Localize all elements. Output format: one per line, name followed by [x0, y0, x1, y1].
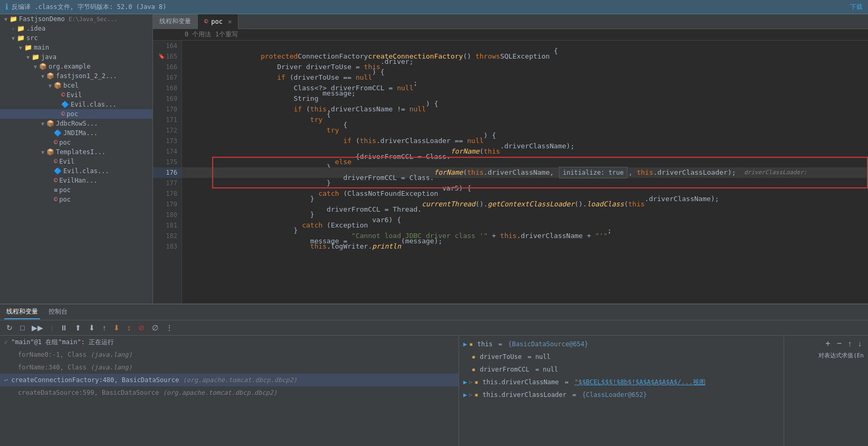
info-line: 0 个用法 1个重写: [153, 29, 868, 41]
var-driver-from-ccl[interactable]: ▪ driverFromCCL = null: [461, 363, 781, 376]
thread-frame-3[interactable]: ↩ createConnectionFactory:480, BasicData…: [0, 374, 459, 386]
tree-item-org-example[interactable]: ▼ 📦 org.example: [0, 62, 152, 71]
var-this[interactable]: ▶ ▪ this = {BasicDataSource@654}: [461, 338, 781, 350]
bottom-toolbar: ↻ □ ▶▶ | ⏸ ⬆ ⬇ ↑ ⬇ ↕ ⊘ ∅ ⋮: [0, 320, 868, 336]
toolbar-reset-btn[interactable]: ⊘: [136, 322, 147, 333]
ln-164: 164: [153, 41, 182, 51]
check-icon: ✓: [4, 337, 8, 347]
thread-frame-4[interactable]: createDataSource:599, BasicDataSource (o…: [0, 386, 459, 399]
tab-poc-close[interactable]: ✕: [228, 18, 232, 25]
code-line-183: this.logWriter.println(message);: [182, 241, 868, 252]
tree-item-bcel[interactable]: ▼ 📦 bcel: [0, 81, 152, 90]
editor-content[interactable]: 0 个用法 1个重写 164 🔖165 166 167 168 169 170 …: [153, 29, 868, 303]
info-message: 反编译 .class文件, 字节码版本: 52.0 (Java 8): [12, 3, 166, 12]
code-editor: 164 🔖165 166 167 168 169 170 171 172 173…: [153, 41, 868, 303]
thread-label: "main"@1 在组"main": 正在运行: [11, 337, 114, 347]
bottom-content: ✓ "main"@1 在组"main": 正在运行 forName0:-1, C…: [0, 336, 868, 446]
tree-item-fastjson122[interactable]: ▼ 📦 fastjson1_2_2...: [0, 71, 152, 81]
add-minus-buttons: + − ↑ ↓: [823, 338, 864, 349]
ln-170: 170: [153, 104, 182, 115]
toolbar-pause-btn[interactable]: ⏸: [58, 322, 70, 333]
var-icon5: ▪: [474, 390, 478, 400]
var-expand-icon4[interactable]: ▶: [463, 377, 467, 387]
toolbar-runtopoint-btn[interactable]: ⬇: [111, 322, 122, 333]
frame-label-4: createDataSource:599, BasicDataSource (o…: [18, 387, 277, 398]
tab-poc-label: poc: [211, 18, 223, 25]
bottom-tabs: 线程和变量 控制台: [0, 305, 868, 320]
download-link[interactable]: 下载: [850, 3, 863, 12]
toolbar-stepout-btn[interactable]: ↑: [100, 322, 108, 333]
tree-item-evil-class2[interactable]: 🔷 Evil.clas...: [0, 166, 152, 176]
main-container: ℹ 反编译 .class文件, 字节码版本: 52.0 (Java 8) 下载 …: [0, 0, 868, 446]
tree-item-main[interactable]: ▼ 📁 main: [0, 43, 152, 52]
var-driver-to-use[interactable]: ▪ driverToUse = null: [461, 350, 781, 363]
tree-item-jdbcrows[interactable]: ▼ 📦 JdbcRowS...: [0, 119, 152, 128]
editor-panel: 线程和变量 © poc ✕ 0 个用法 1个重写 164: [153, 14, 868, 303]
code-line-166: Driver driverToUse = this.driver;: [182, 62, 868, 72]
toolbar-evaluate-btn[interactable]: ↕: [125, 322, 133, 333]
minus-watch-btn[interactable]: −: [835, 338, 844, 349]
tree-item-poc-more[interactable]: © poc: [0, 195, 152, 204]
var-driver-class-loader[interactable]: ▶ ▷ ▪ this.driverClassLoader = {ClassLoa…: [461, 388, 781, 401]
thread-frame-1[interactable]: forName0:-1, Class (java.lang): [0, 348, 459, 361]
tree-item-idea[interactable]: › 📁 .idea: [0, 24, 152, 33]
tree-item-evil2[interactable]: © Evil: [0, 157, 152, 166]
toolbar-more-btn[interactable]: ⋮: [164, 322, 175, 333]
toolbar-stepinto-btn[interactable]: ⬇: [87, 322, 97, 333]
bottom-right-actions: + − ↑ ↓ 对表达式求值(En: [784, 336, 868, 446]
tree-arrow: ▼: [2, 16, 9, 22]
ln-171: 171: [153, 115, 182, 125]
tree-item-src[interactable]: ▼ 📁 src: [0, 33, 152, 43]
variables-panel: ▶ ▪ this = {BasicDataSource@654} ▪ drive…: [459, 336, 784, 446]
tree-item-fastjson[interactable]: ▼ 📁 FastjsonDemo E:\Java_Sec...: [0, 14, 152, 24]
tree-item-poc-jdbc[interactable]: © poc: [0, 138, 152, 147]
thread-main-running[interactable]: ✓ "main"@1 在组"main": 正在运行: [0, 336, 459, 348]
ln-174: 174: [153, 146, 182, 157]
var-icon: ▪: [469, 339, 473, 349]
toolbar-refresh-btn[interactable]: ↻: [4, 322, 15, 333]
folder-icon: 📁: [9, 15, 17, 23]
tree-item-templates[interactable]: ▼ 📦 TemplatesI...: [0, 147, 152, 157]
var-expand-icon[interactable]: ▶: [463, 339, 467, 349]
ln-175: 175: [153, 157, 182, 167]
tree-item-evil-java[interactable]: © Evil: [0, 90, 152, 100]
thread-frame-2[interactable]: forName:340, Class (java.lang): [0, 361, 459, 374]
evaluate-label: 对表达式求值(En: [818, 352, 864, 359]
up-watch-btn[interactable]: ↑: [846, 338, 854, 349]
content-area: ▼ 📁 FastjsonDemo E:\Java_Sec... › 📁 .ide…: [0, 14, 868, 303]
var-expand-icon5b[interactable]: ▷: [469, 390, 472, 400]
tab-poc[interactable]: © poc ✕: [198, 14, 239, 29]
tab-debug[interactable]: 线程和变量: [153, 14, 198, 29]
var-expand-icon5[interactable]: ▶: [463, 390, 467, 400]
down-watch-btn[interactable]: ↓: [856, 338, 864, 349]
var-expand-icon4b[interactable]: ▷: [469, 377, 472, 387]
tree-item-java[interactable]: ▼ 📁 java: [0, 52, 152, 62]
tree-item-jndima[interactable]: 🔷 JNDIMa...: [0, 128, 152, 138]
code-line-164: [182, 41, 868, 51]
tree-item-poc-tmpl[interactable]: ≡ poc: [0, 185, 152, 195]
ln-173: 173: [153, 136, 182, 146]
var-val-link[interactable]: "$$BCEL$$$!$8b$!$A$A$A$A$A$/...视图: [575, 377, 705, 387]
ln-176: 176: [153, 167, 182, 178]
var-driver-class-name[interactable]: ▶ ▷ ▪ this.driverClassName = "$$BCEL$$$!…: [461, 376, 781, 388]
toolbar-stepover-btn[interactable]: ⬆: [73, 322, 83, 333]
var-icon3: ▪: [472, 364, 475, 375]
ln-183: 183: [153, 241, 182, 252]
line-numbers: 164 🔖165 166 167 168 169 170 171 172 173…: [153, 41, 182, 303]
add-watch-btn[interactable]: +: [823, 338, 832, 349]
bottom-panel: 线程和变量 控制台 ↻ □ ▶▶ | ⏸ ⬆ ⬇ ↑ ⬇ ↕ ⊘ ∅ ⋮: [0, 303, 868, 446]
frame-arrow-icon: ↩: [4, 375, 8, 385]
tree-item-evil-class[interactable]: 🔷 Evil.clas...: [0, 100, 152, 109]
toolbar-resume-btn[interactable]: ▶▶: [30, 322, 45, 333]
toolbar-stop-btn[interactable]: □: [18, 322, 26, 333]
info-icon: ℹ: [5, 2, 8, 12]
ln-165: 🔖165: [153, 51, 182, 62]
tab-threads-vars[interactable]: 线程和变量: [4, 305, 40, 319]
tab-console[interactable]: 控制台: [46, 305, 70, 319]
tree-item-evilhan[interactable]: © EvilHan...: [0, 176, 152, 185]
frame-label-3: createConnectionFactory:480, BasicDataSo…: [11, 375, 297, 385]
tree-item-poc-bcel[interactable]: © poc: [0, 109, 152, 119]
code-lines[interactable]: protected ConnectionFactory createConnec…: [182, 41, 868, 303]
var-icon4: ▪: [474, 377, 478, 387]
toolbar-mute-btn[interactable]: ∅: [150, 322, 160, 333]
